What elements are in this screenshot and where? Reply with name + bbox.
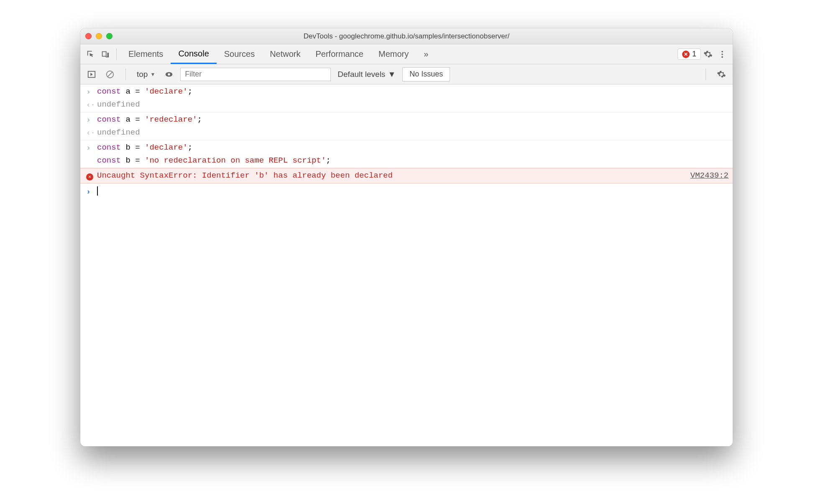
error-count: 1 bbox=[692, 50, 696, 59]
more-options-icon[interactable] bbox=[715, 47, 729, 61]
error-icon: ✕ bbox=[682, 51, 690, 58]
console-output-line: undefined bbox=[97, 98, 140, 111]
console-error-row: ✕Uncaught SyntaxError: Identifier 'b' ha… bbox=[80, 168, 733, 183]
window-title: DevTools - googlechrome.github.io/sample… bbox=[80, 32, 733, 41]
text-caret bbox=[97, 186, 98, 196]
traffic-lights bbox=[85, 33, 112, 39]
live-expression-icon[interactable] bbox=[162, 67, 176, 81]
svg-point-0 bbox=[721, 51, 723, 52]
devtools-window: DevTools - googlechrome.github.io/sample… bbox=[80, 28, 733, 446]
minimize-window-icon[interactable] bbox=[96, 33, 102, 39]
console-error-message: Uncaught SyntaxError: Identifier 'b' has… bbox=[97, 169, 690, 182]
console-input-line: const a = 'declare'; bbox=[97, 85, 192, 98]
output-marker-icon: ‹· bbox=[86, 98, 97, 111]
log-levels-label: Default levels bbox=[337, 70, 385, 79]
chevron-down-icon: ▼ bbox=[150, 71, 155, 77]
context-label: top bbox=[137, 70, 148, 79]
console-input-line: const a = 'redeclare'; bbox=[97, 113, 202, 126]
tab-performance[interactable]: Performance bbox=[308, 44, 371, 64]
context-selector[interactable]: top ▼ bbox=[134, 70, 158, 79]
panel-tabstrip: ElementsConsoleSourcesNetworkPerformance… bbox=[80, 44, 733, 64]
clear-console-icon[interactable] bbox=[103, 67, 117, 81]
tab-network[interactable]: Network bbox=[262, 44, 308, 64]
svg-point-2 bbox=[721, 56, 723, 58]
chevron-double-right-icon: » bbox=[424, 49, 428, 59]
prompt-marker-icon: › bbox=[86, 185, 97, 198]
console-prompt[interactable]: › bbox=[80, 183, 733, 200]
separator bbox=[116, 48, 117, 60]
output-marker-icon: ‹· bbox=[86, 126, 97, 139]
console-output-line: undefined bbox=[97, 126, 140, 139]
input-marker-icon: › bbox=[86, 141, 97, 154]
issues-label: No Issues bbox=[409, 70, 443, 79]
console-output[interactable]: ›const a = 'declare';‹·undefined›const a… bbox=[80, 84, 733, 446]
panel-tabs: ElementsConsoleSourcesNetworkPerformance… bbox=[121, 44, 416, 64]
svg-line-5 bbox=[108, 72, 112, 76]
error-source-link[interactable]: VM2439:2 bbox=[690, 169, 729, 182]
console-group: ›const b = 'declare';const b = 'no redec… bbox=[80, 140, 733, 168]
titlebar: DevTools - googlechrome.github.io/sample… bbox=[80, 28, 733, 44]
tab-elements[interactable]: Elements bbox=[121, 44, 171, 64]
tab-memory[interactable]: Memory bbox=[371, 44, 416, 64]
device-toolbar-icon[interactable] bbox=[98, 47, 112, 61]
separator bbox=[706, 69, 706, 80]
tab-sources[interactable]: Sources bbox=[217, 44, 262, 64]
console-filterbar: top ▼ Default levels ▼ No Issues bbox=[80, 64, 733, 84]
more-tabs-button[interactable]: » bbox=[416, 44, 436, 64]
input-marker-icon bbox=[86, 154, 97, 155]
close-window-icon[interactable] bbox=[85, 33, 92, 39]
svg-point-7 bbox=[168, 73, 171, 76]
error-icon: ✕ bbox=[86, 173, 93, 181]
toggle-sidebar-icon[interactable] bbox=[84, 67, 99, 81]
console-settings-icon[interactable] bbox=[714, 67, 729, 81]
separator bbox=[125, 69, 126, 80]
input-marker-icon: › bbox=[86, 113, 97, 126]
filter-input[interactable] bbox=[180, 68, 331, 81]
input-marker-icon: › bbox=[86, 85, 97, 98]
console-group: ›const a = 'redeclare';‹·undefined bbox=[80, 112, 733, 140]
console-input-line: const b = 'no redeclaration on same REPL… bbox=[97, 154, 331, 167]
console-input-line: const b = 'declare'; bbox=[97, 141, 192, 154]
chevron-down-icon: ▼ bbox=[388, 70, 396, 79]
inspect-element-icon[interactable] bbox=[84, 47, 98, 61]
svg-point-1 bbox=[721, 53, 723, 55]
zoom-window-icon[interactable] bbox=[106, 33, 112, 39]
log-levels-selector[interactable]: Default levels ▼ bbox=[335, 70, 398, 79]
console-group: ›const a = 'declare';‹·undefined bbox=[80, 84, 733, 112]
tab-console[interactable]: Console bbox=[171, 44, 216, 64]
error-count-button[interactable]: ✕ 1 bbox=[678, 48, 701, 60]
issues-button[interactable]: No Issues bbox=[402, 67, 450, 81]
settings-icon[interactable] bbox=[701, 47, 715, 61]
